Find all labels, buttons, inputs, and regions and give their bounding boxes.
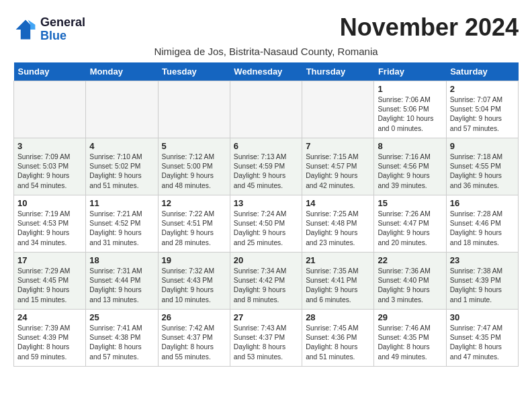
header-wednesday: Wednesday <box>230 62 302 81</box>
day-info: Sunrise: 7:09 AMSunset: 5:03 PMDaylight:… <box>17 152 82 191</box>
day-info: Sunrise: 7:32 AMSunset: 4:43 PMDaylight:… <box>162 267 226 306</box>
day-number: 12 <box>162 198 226 208</box>
day-info: Sunrise: 7:13 AMSunset: 4:59 PMDaylight:… <box>234 152 298 191</box>
calendar-cell-4-2: 18Sunrise: 7:31 AMSunset: 4:44 PMDayligh… <box>86 252 158 309</box>
day-number: 17 <box>17 255 82 265</box>
calendar-cell-5-6: 29Sunrise: 7:46 AMSunset: 4:35 PMDayligh… <box>374 309 446 366</box>
page-header: General Blue November 2024 <box>13 13 519 43</box>
day-number: 7 <box>306 141 370 151</box>
day-info: Sunrise: 7:15 AMSunset: 4:57 PMDaylight:… <box>306 152 370 191</box>
week-row-1: 1Sunrise: 7:06 AMSunset: 5:06 PMDaylight… <box>14 81 519 138</box>
day-number: 9 <box>450 141 515 151</box>
day-info: Sunrise: 7:18 AMSunset: 4:55 PMDaylight:… <box>450 152 515 191</box>
day-info: Sunrise: 7:34 AMSunset: 4:42 PMDaylight:… <box>234 267 298 306</box>
day-info: Sunrise: 7:38 AMSunset: 4:39 PMDaylight:… <box>450 267 515 306</box>
calendar-cell-2-1: 3Sunrise: 7:09 AMSunset: 5:03 PMDaylight… <box>14 138 86 195</box>
calendar-cell-1-2 <box>86 81 158 138</box>
header-tuesday: Tuesday <box>158 62 230 81</box>
calendar-cell-5-2: 25Sunrise: 7:41 AMSunset: 4:38 PMDayligh… <box>86 309 158 366</box>
calendar-cell-5-4: 27Sunrise: 7:43 AMSunset: 4:37 PMDayligh… <box>230 309 302 366</box>
day-number: 1 <box>378 84 442 94</box>
logo-line1: General <box>40 15 85 29</box>
day-number: 10 <box>17 198 82 208</box>
calendar-cell-1-4 <box>230 81 302 138</box>
calendar-cell-2-4: 6Sunrise: 7:13 AMSunset: 4:59 PMDaylight… <box>230 138 302 195</box>
day-number: 4 <box>89 141 154 151</box>
week-row-2: 3Sunrise: 7:09 AMSunset: 5:03 PMDaylight… <box>14 138 519 195</box>
logo: General Blue <box>13 16 85 43</box>
day-number: 6 <box>234 141 298 151</box>
calendar-cell-1-6: 1Sunrise: 7:06 AMSunset: 5:06 PMDaylight… <box>374 81 446 138</box>
month-title: November 2024 <box>340 13 519 42</box>
day-number: 18 <box>89 255 154 265</box>
calendar-cell-1-1 <box>14 81 86 138</box>
calendar-cell-1-3 <box>158 81 230 138</box>
calendar-cell-4-4: 20Sunrise: 7:34 AMSunset: 4:42 PMDayligh… <box>230 252 302 309</box>
calendar-cell-2-7: 9Sunrise: 7:18 AMSunset: 4:55 PMDaylight… <box>446 138 518 195</box>
day-info: Sunrise: 7:24 AMSunset: 4:50 PMDaylight:… <box>234 210 298 248</box>
calendar-cell-5-5: 28Sunrise: 7:45 AMSunset: 4:36 PMDayligh… <box>302 309 374 366</box>
day-info: Sunrise: 7:12 AMSunset: 5:00 PMDaylight:… <box>162 152 226 191</box>
calendar-cell-3-6: 15Sunrise: 7:26 AMSunset: 4:47 PMDayligh… <box>374 195 446 252</box>
day-number: 15 <box>378 198 442 208</box>
week-row-4: 17Sunrise: 7:29 AMSunset: 4:45 PMDayligh… <box>14 252 519 309</box>
calendar-cell-4-5: 21Sunrise: 7:35 AMSunset: 4:41 PMDayligh… <box>302 252 374 309</box>
weekday-header-row: Sunday Monday Tuesday Wednesday Thursday… <box>14 62 519 81</box>
day-info: Sunrise: 7:41 AMSunset: 4:38 PMDaylight:… <box>89 324 154 363</box>
day-info: Sunrise: 7:47 AMSunset: 4:35 PMDaylight:… <box>450 324 515 363</box>
subtitle: Nimigea de Jos, Bistrita-Nasaud County, … <box>13 46 519 57</box>
day-info: Sunrise: 7:46 AMSunset: 4:35 PMDaylight:… <box>378 324 442 363</box>
calendar-cell-2-2: 4Sunrise: 7:10 AMSunset: 5:02 PMDaylight… <box>86 138 158 195</box>
calendar-cell-2-6: 8Sunrise: 7:16 AMSunset: 4:56 PMDaylight… <box>374 138 446 195</box>
header-sunday: Sunday <box>14 62 86 81</box>
header-monday: Monday <box>86 62 158 81</box>
day-info: Sunrise: 7:25 AMSunset: 4:48 PMDaylight:… <box>306 210 370 248</box>
day-number: 14 <box>306 198 370 208</box>
calendar-cell-3-4: 13Sunrise: 7:24 AMSunset: 4:50 PMDayligh… <box>230 195 302 252</box>
calendar-cell-5-7: 30Sunrise: 7:47 AMSunset: 4:35 PMDayligh… <box>446 309 518 366</box>
day-number: 16 <box>450 198 515 208</box>
calendar-cell-5-3: 26Sunrise: 7:42 AMSunset: 4:37 PMDayligh… <box>158 309 230 366</box>
day-info: Sunrise: 7:22 AMSunset: 4:51 PMDaylight:… <box>162 210 226 248</box>
day-info: Sunrise: 7:10 AMSunset: 5:02 PMDaylight:… <box>89 152 154 191</box>
day-info: Sunrise: 7:45 AMSunset: 4:36 PMDaylight:… <box>306 324 370 363</box>
day-number: 13 <box>234 198 298 208</box>
day-number: 29 <box>378 312 442 322</box>
day-info: Sunrise: 7:06 AMSunset: 5:06 PMDaylight:… <box>378 95 442 134</box>
calendar-cell-5-1: 24Sunrise: 7:39 AMSunset: 4:39 PMDayligh… <box>14 309 86 366</box>
calendar-cell-2-5: 7Sunrise: 7:15 AMSunset: 4:57 PMDaylight… <box>302 138 374 195</box>
calendar-cell-4-1: 17Sunrise: 7:29 AMSunset: 4:45 PMDayligh… <box>14 252 86 309</box>
calendar-cell-1-5 <box>302 81 374 138</box>
day-number: 19 <box>162 255 226 265</box>
day-number: 22 <box>378 255 442 265</box>
day-number: 2 <box>450 84 515 94</box>
day-info: Sunrise: 7:42 AMSunset: 4:37 PMDaylight:… <box>162 324 226 363</box>
logo-icon <box>13 17 38 42</box>
header-thursday: Thursday <box>302 62 374 81</box>
day-number: 20 <box>234 255 298 265</box>
calendar-cell-1-7: 2Sunrise: 7:07 AMSunset: 5:04 PMDaylight… <box>446 81 518 138</box>
header-friday: Friday <box>374 62 446 81</box>
day-info: Sunrise: 7:16 AMSunset: 4:56 PMDaylight:… <box>378 152 442 191</box>
day-info: Sunrise: 7:31 AMSunset: 4:44 PMDaylight:… <box>89 267 154 306</box>
day-number: 24 <box>17 312 82 322</box>
day-number: 3 <box>17 141 82 151</box>
day-number: 26 <box>162 312 226 322</box>
day-info: Sunrise: 7:07 AMSunset: 5:04 PMDaylight:… <box>450 95 515 134</box>
calendar-cell-3-5: 14Sunrise: 7:25 AMSunset: 4:48 PMDayligh… <box>302 195 374 252</box>
calendar-header: Sunday Monday Tuesday Wednesday Thursday… <box>14 62 519 81</box>
day-info: Sunrise: 7:19 AMSunset: 4:53 PMDaylight:… <box>17 210 82 248</box>
calendar-cell-3-1: 10Sunrise: 7:19 AMSunset: 4:53 PMDayligh… <box>14 195 86 252</box>
calendar-cell-3-7: 16Sunrise: 7:28 AMSunset: 4:46 PMDayligh… <box>446 195 518 252</box>
calendar-cell-3-2: 11Sunrise: 7:21 AMSunset: 4:52 PMDayligh… <box>86 195 158 252</box>
day-info: Sunrise: 7:26 AMSunset: 4:47 PMDaylight:… <box>378 210 442 248</box>
day-info: Sunrise: 7:39 AMSunset: 4:39 PMDaylight:… <box>17 324 82 363</box>
week-row-3: 10Sunrise: 7:19 AMSunset: 4:53 PMDayligh… <box>14 195 519 252</box>
logo-line2: Blue <box>40 29 66 42</box>
logo-text: General Blue <box>40 16 85 43</box>
header-saturday: Saturday <box>446 62 518 81</box>
day-number: 28 <box>306 312 370 322</box>
day-number: 27 <box>234 312 298 322</box>
calendar-table: Sunday Monday Tuesday Wednesday Thursday… <box>13 62 519 367</box>
day-info: Sunrise: 7:36 AMSunset: 4:40 PMDaylight:… <box>378 267 442 306</box>
